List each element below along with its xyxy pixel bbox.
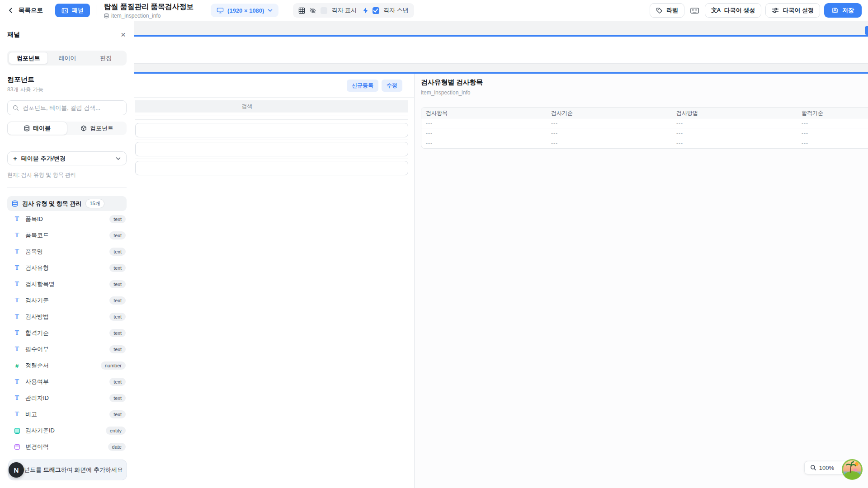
- text-field-icon: T: [14, 232, 20, 239]
- i18n-settings-button[interactable]: 다국어 설정: [765, 3, 820, 18]
- label-button[interactable]: 라벨: [650, 3, 684, 18]
- calendar-icon: [14, 444, 20, 450]
- table-group-header[interactable]: 검사 유형 및 항목 관리 15개: [7, 196, 127, 211]
- text-field-icon: T: [14, 329, 20, 337]
- magnifier-icon: [810, 465, 816, 471]
- cube-icon: [80, 125, 87, 131]
- brand-fab-button[interactable]: N: [9, 462, 24, 478]
- zoom-level-value: 100%: [819, 465, 834, 471]
- search-header-bar[interactable]: 검색: [135, 100, 408, 113]
- field-name: 변경이력: [25, 443, 103, 451]
- divider: [135, 140, 408, 140]
- keyboard-shortcuts-button[interactable]: [689, 7, 701, 14]
- field-row[interactable]: T품목IDtext: [7, 211, 127, 227]
- page-title: 탑씰 품질관리 품목검사정보: [104, 2, 193, 12]
- new-register-button[interactable]: 신규등록: [347, 80, 378, 92]
- search-form-section[interactable]: 신규등록 수정 검색: [134, 74, 415, 488]
- table-cell: ---: [797, 128, 868, 138]
- panel-toggle-button[interactable]: 패널: [55, 4, 90, 17]
- form-input-placeholder-3[interactable]: [135, 161, 408, 175]
- search-icon: [13, 105, 19, 111]
- table-body: ------------------------------------: [421, 118, 868, 148]
- table-cell: ---: [421, 128, 547, 138]
- field-name: 품목코드: [25, 231, 104, 239]
- field-row[interactable]: 변경이력date: [7, 439, 127, 455]
- field-row[interactable]: T검사항목명text: [7, 276, 127, 292]
- sliders-icon: [772, 7, 779, 14]
- empty-canvas-section[interactable]: [134, 35, 868, 64]
- tab-레이어[interactable]: 레이어: [48, 52, 86, 64]
- grid-snap-checkbox[interactable]: [373, 7, 379, 14]
- inspection-items-table[interactable]: 검사항목검사기준검사방법합격기준 -----------------------…: [421, 107, 868, 149]
- brand-letter: N: [14, 466, 19, 474]
- tab-컴포넌트[interactable]: 컴포넌트: [9, 52, 48, 64]
- design-canvas[interactable]: 신규등록 수정 검색 검사유형별 검사항목 item_: [134, 21, 868, 488]
- save-button[interactable]: 저장: [824, 3, 862, 18]
- form-input-placeholder-1[interactable]: [135, 123, 408, 137]
- inspection-items-section[interactable]: 검사유형별 검사항목 item_inspection_info 검사항목검사기준…: [415, 74, 868, 488]
- form-input-placeholder-2[interactable]: [135, 142, 408, 156]
- table-row: ------------: [421, 118, 868, 128]
- document-title-block: 탑씰 품질관리 품목검사정보 item_inspection_info: [104, 2, 193, 19]
- tag-icon: [656, 7, 663, 14]
- tab-편집[interactable]: 편집: [87, 52, 125, 64]
- divider: [135, 116, 408, 116]
- close-icon[interactable]: ×: [120, 30, 127, 39]
- table-cell: ---: [547, 138, 672, 148]
- resolution-selector[interactable]: (868 × 488): [211, 4, 278, 17]
- field-name: 정렬순서: [25, 361, 96, 370]
- island-icon: [842, 459, 863, 480]
- field-type-badge: text: [109, 329, 126, 337]
- field-name: 품목ID: [25, 215, 104, 223]
- field-type-badge: text: [109, 248, 126, 256]
- divider: [7, 187, 127, 188]
- grid-show-checkbox[interactable]: [321, 7, 327, 14]
- i18n-settings-text: 다국어 설정: [783, 6, 814, 14]
- components-available-count: 83개 사용 가능: [7, 86, 127, 94]
- panel-title: 패널: [7, 31, 20, 39]
- field-row[interactable]: T품목명text: [7, 244, 127, 260]
- table-column-header: 합격기준: [797, 108, 868, 118]
- field-type-badge: number: [101, 361, 126, 370]
- field-row[interactable]: T관리자IDtext: [7, 390, 127, 406]
- field-row[interactable]: #정렬순서number: [7, 357, 127, 374]
- save-icon: [832, 7, 838, 14]
- field-name: 비고: [25, 410, 104, 418]
- field-type-badge: text: [109, 231, 126, 239]
- table-cell: ---: [547, 118, 672, 128]
- field-count-badge: 15개: [85, 199, 104, 208]
- panel-left-icon: [61, 7, 68, 14]
- text-field-icon: T: [14, 394, 20, 402]
- mode-table-button[interactable]: 테이블: [7, 122, 67, 135]
- resolution-value: (868 × 488): [227, 7, 264, 14]
- field-row[interactable]: T검사방법text: [7, 309, 127, 325]
- add-change-table-button[interactable]: + 테이블 추가/변경: [7, 151, 127, 165]
- search-header-label: 검색: [242, 103, 253, 110]
- i18n-generate-button[interactable]: 文A 다국어 생성: [705, 3, 761, 18]
- back-to-list-button[interactable]: 목록으로: [7, 6, 43, 14]
- field-row[interactable]: T품목코드text: [7, 227, 127, 244]
- field-row[interactable]: T사용여부text: [7, 374, 127, 390]
- database-icon: [12, 200, 18, 207]
- field-row[interactable]: T비고text: [7, 406, 127, 422]
- mode-component-button[interactable]: 컴포넌트: [67, 122, 127, 135]
- text-field-icon: T: [14, 248, 20, 255]
- island-theme-button[interactable]: [842, 459, 863, 480]
- field-row[interactable]: T검사유형text: [7, 260, 127, 276]
- monitor-icon: [217, 7, 224, 14]
- keyboard-icon: [690, 7, 699, 14]
- toolbar-left: 목록으로 패널 탑씰 품질관리 품목검사정보 item_inspection_i…: [7, 2, 193, 19]
- component-search-input[interactable]: [23, 104, 121, 111]
- field-row[interactable]: T필수여부text: [7, 341, 127, 357]
- field-row[interactable]: 검사기준IDentity: [7, 422, 127, 439]
- canvas-scrollbar-thumb[interactable]: [865, 26, 868, 35]
- field-type-badge: text: [109, 410, 126, 418]
- edit-button[interactable]: 수정: [382, 80, 402, 92]
- table-column-header: 검사방법: [672, 108, 797, 118]
- arrow-left-icon: [7, 7, 14, 14]
- field-type-badge: date: [108, 443, 126, 451]
- field-row[interactable]: T검사기준text: [7, 292, 127, 309]
- field-row[interactable]: T합격기준text: [7, 325, 127, 341]
- field-type-badge: text: [109, 296, 126, 305]
- number-icon: #: [14, 362, 20, 369]
